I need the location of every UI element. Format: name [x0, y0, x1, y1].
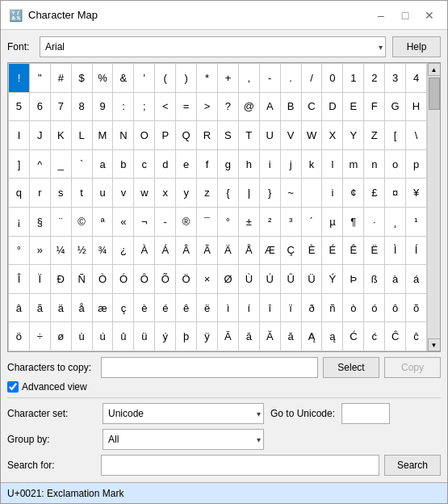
minimize-button[interactable]: –	[370, 6, 392, 24]
char-cell[interactable]: f	[197, 150, 218, 179]
char-cell[interactable]: s	[51, 178, 72, 208]
char-cell[interactable]: ¤	[385, 178, 406, 208]
char-cell[interactable]: ê	[176, 294, 197, 323]
char-cell[interactable]: ā	[239, 322, 260, 351]
char-cell[interactable]: ú	[93, 322, 114, 351]
char-cell[interactable]: Ý	[322, 265, 343, 294]
char-cell[interactable]: &	[113, 64, 134, 93]
char-cell[interactable]: r	[30, 178, 51, 208]
char-cell[interactable]: v	[113, 178, 134, 208]
char-cell[interactable]: ¥	[406, 178, 427, 208]
char-cell[interactable]: Ñ	[72, 265, 93, 294]
goto-unicode-input[interactable]	[341, 403, 390, 424]
char-cell[interactable]: È	[302, 237, 323, 266]
char-cell[interactable]: /	[302, 64, 323, 93]
char-cell[interactable]: 7	[51, 93, 72, 122]
char-cell[interactable]: K	[51, 121, 72, 150]
char-cell[interactable]: m	[343, 150, 364, 179]
char-cell[interactable]: U	[260, 121, 281, 150]
char-cell[interactable]: d	[155, 150, 176, 179]
char-cell[interactable]: â	[9, 294, 30, 323]
search-input[interactable]	[101, 455, 379, 476]
char-cell[interactable]: :	[113, 93, 134, 122]
char-cell[interactable]: [	[385, 121, 406, 150]
char-cell[interactable]: `	[72, 150, 93, 179]
char-cell[interactable]: ,	[239, 64, 260, 93]
char-cell[interactable]: P	[155, 121, 176, 150]
char-cell[interactable]: ß	[364, 265, 385, 294]
char-cell[interactable]: e	[176, 150, 197, 179]
char-cell[interactable]: Q	[176, 121, 197, 150]
char-cell[interactable]: ¬	[134, 208, 155, 237]
char-cell[interactable]: ô	[385, 294, 406, 323]
char-cell[interactable]: .	[281, 64, 302, 93]
char-cell[interactable]: 6	[30, 93, 51, 122]
close-button[interactable]: ✕	[418, 6, 441, 24]
char-cell[interactable]: L	[72, 121, 93, 150]
char-cell[interactable]: ^	[30, 150, 51, 179]
char-cell[interactable]: 1	[343, 64, 364, 93]
select-button[interactable]: Select	[323, 357, 379, 378]
char-cell[interactable]: S	[218, 121, 239, 150]
char-cell[interactable]: E	[343, 93, 364, 122]
char-cell[interactable]: Æ	[260, 237, 281, 266]
char-cell[interactable]: '	[134, 64, 155, 93]
char-cell[interactable]: l	[322, 150, 343, 179]
char-cell[interactable]: á	[406, 265, 427, 294]
char-cell[interactable]: Ć	[343, 322, 364, 351]
char-cell[interactable]: 5	[9, 93, 30, 122]
char-cell[interactable]: ó	[364, 294, 385, 323]
char-cell[interactable]: ò	[343, 294, 364, 323]
char-cell[interactable]: ©	[72, 208, 93, 237]
char-cell[interactable]: c	[134, 150, 155, 179]
char-cell[interactable]: Ĉ	[385, 322, 406, 351]
char-cell[interactable]: ²	[260, 208, 281, 237]
char-cell[interactable]: ą	[322, 322, 343, 351]
char-cell[interactable]: w	[134, 178, 155, 208]
char-cell[interactable]: V	[281, 121, 302, 150]
char-cell[interactable]: H	[406, 93, 427, 122]
char-cell[interactable]: Ö	[176, 265, 197, 294]
char-cell[interactable]: =	[176, 93, 197, 122]
char-cell[interactable]: Â	[176, 237, 197, 266]
char-cell[interactable]: ý	[155, 322, 176, 351]
char-cell[interactable]: 3	[385, 64, 406, 93]
char-cell[interactable]: j	[281, 150, 302, 179]
char-cell[interactable]: Ë	[364, 237, 385, 266]
char-cell[interactable]: Ð	[51, 265, 72, 294]
char-cell[interactable]: A	[260, 93, 281, 122]
char-cell[interactable]: Î	[9, 265, 30, 294]
char-cell[interactable]: J	[30, 121, 51, 150]
char-cell[interactable]: ç	[113, 294, 134, 323]
char-cell[interactable]	[302, 178, 323, 208]
char-cell[interactable]: ·	[364, 208, 385, 237]
char-cell[interactable]: B	[281, 93, 302, 122]
char-cell[interactable]: M	[93, 121, 114, 150]
char-cell[interactable]: Ì	[385, 237, 406, 266]
char-cell[interactable]: Z	[364, 121, 385, 150]
help-button[interactable]: Help	[392, 36, 441, 57]
char-cell[interactable]: ü	[134, 322, 155, 351]
char-cell[interactable]: N	[113, 121, 134, 150]
char-cell[interactable]: -	[155, 208, 176, 237]
char-cell[interactable]: p	[406, 150, 427, 179]
char-cell[interactable]: î	[260, 294, 281, 323]
char-cell[interactable]: ĉ	[406, 322, 427, 351]
char-cell[interactable]: ø	[51, 322, 72, 351]
char-cell[interactable]: Á	[155, 237, 176, 266]
char-cell[interactable]: ¾	[93, 237, 114, 266]
char-cell[interactable]: %	[93, 64, 114, 93]
char-cell[interactable]: Ù	[239, 265, 260, 294]
char-cell[interactable]: t	[72, 178, 93, 208]
char-cell[interactable]: 8	[72, 93, 93, 122]
char-cell[interactable]: è	[134, 294, 155, 323]
char-cell[interactable]: Ú	[260, 265, 281, 294]
scroll-up-arrow[interactable]: ▲	[428, 63, 441, 76]
char-cell[interactable]: T	[239, 121, 260, 150]
char-cell[interactable]: £	[364, 178, 385, 208]
char-cell[interactable]: ½	[72, 237, 93, 266]
char-cell[interactable]: ³	[281, 208, 302, 237]
char-cell[interactable]: >	[197, 93, 218, 122]
char-cell[interactable]: n	[364, 150, 385, 179]
char-cell[interactable]: É	[322, 237, 343, 266]
